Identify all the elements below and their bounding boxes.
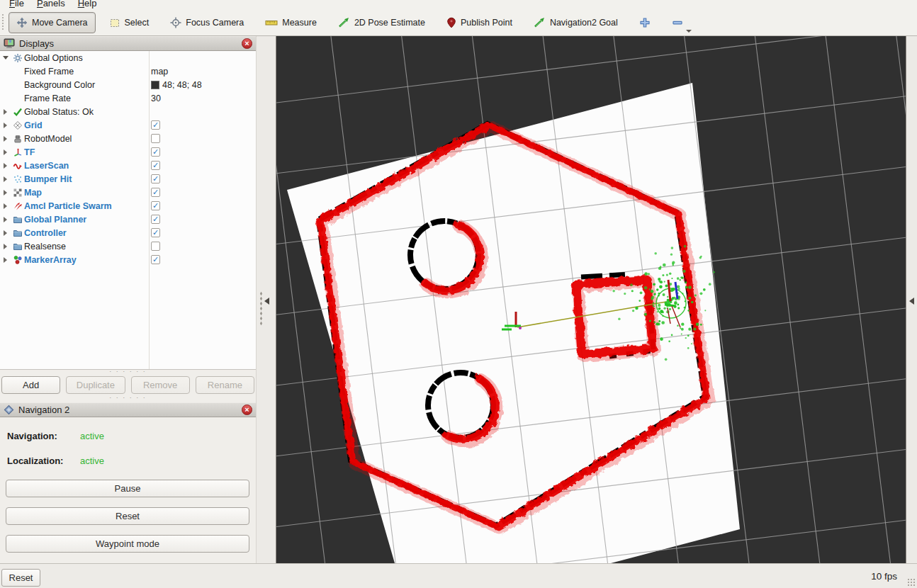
value-text: 30: [151, 94, 161, 103]
tool-add-tool-plus[interactable]: [631, 12, 658, 33]
enable-checkbox[interactable]: ✓: [151, 201, 160, 210]
display-row-markerarray[interactable]: MarkerArray✓: [0, 253, 256, 266]
3d-viewport[interactable]: [276, 36, 906, 563]
row-value[interactable]: 48; 48; 48: [151, 80, 202, 90]
expander-icon[interactable]: [0, 190, 11, 196]
duplicate-button[interactable]: Duplicate: [66, 376, 125, 394]
tool-label: Publish Point: [461, 18, 512, 28]
display-row-tf[interactable]: TF✓: [0, 145, 256, 159]
rviz-window: FilePanelsHelp Move CameraSelectFocus Ca…: [0, 0, 917, 588]
value-text: map: [151, 67, 168, 77]
rename-button[interactable]: Rename: [196, 376, 254, 394]
enable-checkbox[interactable]: ✓: [151, 215, 160, 224]
menu-panels[interactable]: Panels: [30, 0, 72, 9]
row-value[interactable]: 30: [151, 94, 161, 103]
tool-label: 2D Pose Estimate: [354, 18, 425, 28]
row-value[interactable]: map: [151, 67, 168, 77]
tool-move-camera[interactable]: Move Camera: [9, 12, 96, 33]
expander-icon[interactable]: [0, 217, 11, 222]
display-row-global-planner[interactable]: Global Planner✓: [0, 213, 256, 226]
tool-publish-point[interactable]: Publish Point: [439, 12, 520, 33]
monitor-icon: [4, 38, 15, 49]
pause-button[interactable]: Pause: [6, 480, 249, 497]
status-label: Localization:: [7, 456, 80, 466]
status-localization: Localization:active: [7, 456, 104, 466]
display-row-realsense[interactable]: Realsense: [0, 239, 256, 253]
resize-grip[interactable]: [907, 578, 916, 587]
display-row-frame-rate[interactable]: Frame Rate30: [0, 91, 256, 105]
display-row-laserscan[interactable]: LaserScan✓: [0, 159, 256, 172]
row-label: Global Options: [24, 53, 83, 63]
enable-checkbox[interactable]: ✓: [151, 161, 160, 170]
expander-icon[interactable]: [0, 123, 11, 128]
display-row-bumper-hit[interactable]: Bumper Hit✓: [0, 172, 256, 186]
tool-measure[interactable]: Measure: [257, 12, 325, 33]
add-button[interactable]: Add: [1, 376, 60, 394]
enable-checkbox[interactable]: ✓: [151, 228, 160, 237]
dropdown-caret-icon[interactable]: [686, 30, 692, 33]
expander-icon[interactable]: [0, 244, 11, 249]
display-row-global-options[interactable]: Global Options: [0, 51, 256, 64]
expander-icon[interactable]: [0, 203, 11, 209]
enable-checkbox[interactable]: ✓: [151, 255, 160, 264]
expander-icon[interactable]: [0, 176, 11, 182]
close-icon[interactable]: ×: [242, 405, 252, 415]
reset-button[interactable]: Reset: [6, 507, 249, 525]
folder-icon: [11, 215, 24, 225]
display-row-controller[interactable]: Controller✓: [0, 226, 256, 239]
row-label: Map: [24, 188, 42, 198]
check-icon: [11, 107, 24, 117]
expander-icon[interactable]: [0, 163, 11, 169]
enable-checkbox[interactable]: [151, 242, 160, 251]
enable-checkbox[interactable]: ✓: [151, 120, 160, 130]
enable-checkbox[interactable]: ✓: [151, 188, 160, 197]
value-text: 48; 48; 48: [162, 80, 202, 90]
tool-focus-camera[interactable]: Focus Camera: [162, 12, 252, 33]
tool-2d-pose-estimate[interactable]: 2D Pose Estimate: [330, 12, 433, 33]
row-label: Grid: [24, 120, 43, 130]
right-splitter[interactable]: [906, 36, 917, 563]
display-row-grid[interactable]: Grid✓: [0, 118, 256, 132]
enable-checkbox[interactable]: [151, 134, 160, 143]
display-row-amcl-particle-swarm[interactable]: Amcl Particle Swarm✓: [0, 199, 256, 213]
tool-navigation2-goal[interactable]: Navigation2 Goal: [526, 12, 626, 33]
display-row-background-color[interactable]: Background Color48; 48; 48: [0, 78, 256, 91]
toolbar: Move CameraSelectFocus CameraMeasure2D P…: [0, 9, 917, 36]
tool-select[interactable]: Select: [101, 12, 157, 33]
expander-icon[interactable]: [0, 136, 11, 142]
expander-icon[interactable]: [0, 56, 11, 60]
goal-arrow-icon: [534, 17, 546, 28]
nav2-panel-header: Navigation 2 ×: [0, 402, 256, 417]
menu-bar: FilePanelsHelp: [0, 0, 917, 9]
display-row-fixed-frame[interactable]: Fixed Framemap: [0, 64, 256, 78]
collapse-left-icon[interactable]: [264, 298, 269, 305]
enable-checkbox[interactable]: ✓: [151, 147, 160, 157]
displays-button-row: AddDuplicateRemoveRename: [0, 376, 256, 394]
expander-icon[interactable]: [0, 109, 11, 115]
splitter-handle[interactable]: · · · · · ·: [0, 369, 256, 375]
remove-button[interactable]: Remove: [131, 376, 190, 394]
waypoint-mode-button[interactable]: Waypoint mode: [6, 535, 249, 553]
row-label: RobotModel: [24, 134, 72, 144]
tool-remove-tool-minus[interactable]: [664, 12, 691, 33]
panel-splitter[interactable]: [256, 36, 276, 563]
expander-icon[interactable]: [0, 230, 11, 236]
expander-icon[interactable]: [0, 149, 11, 155]
close-icon[interactable]: ×: [242, 38, 252, 49]
toolbar-drag-handle[interactable]: [1, 13, 4, 31]
expander-icon[interactable]: [0, 257, 11, 263]
row-label: Realsense: [24, 242, 66, 251]
toolbar-tools: Move CameraSelectFocus CameraMeasure2D P…: [9, 12, 697, 33]
menu-help[interactable]: Help: [72, 0, 103, 9]
enable-checkbox[interactable]: ✓: [151, 174, 160, 183]
collapse-left-icon[interactable]: [909, 298, 914, 305]
row-label: Frame Rate: [24, 94, 71, 103]
splitter-handle[interactable]: · · · · · ·: [0, 395, 256, 401]
display-row-global-status-ok[interactable]: Global Status: Ok: [0, 105, 256, 118]
menu-file[interactable]: File: [3, 0, 30, 9]
left-panel-column: Displays × Global OptionsFixed FramemapB…: [0, 36, 256, 563]
display-row-map[interactable]: Map✓: [0, 186, 256, 199]
display-row-robotmodel[interactable]: RobotModel: [0, 132, 256, 145]
tool-label: Navigation2 Goal: [550, 18, 618, 28]
reset-view-button[interactable]: Reset: [1, 569, 40, 587]
